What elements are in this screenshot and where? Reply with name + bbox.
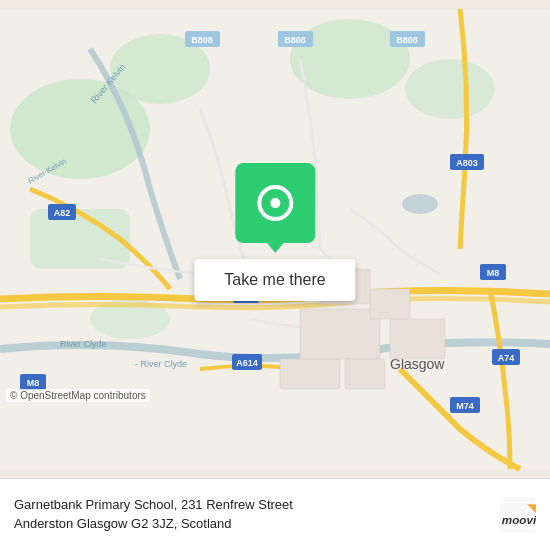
svg-point-7 <box>402 194 438 214</box>
svg-text:M74: M74 <box>456 401 474 411</box>
svg-text:A74: A74 <box>498 353 515 363</box>
svg-text:B808: B808 <box>284 35 306 45</box>
svg-text:moovit: moovit <box>502 513 536 526</box>
pin-circle <box>257 185 293 221</box>
svg-rect-38 <box>390 319 445 359</box>
take-me-there-button[interactable]: Take me there <box>194 259 355 301</box>
svg-text:A803: A803 <box>456 158 478 168</box>
pin-dot <box>270 198 280 208</box>
svg-text:A614: A614 <box>236 358 258 368</box>
svg-text:B808: B808 <box>396 35 418 45</box>
info-bar: Garnetbank Primary School, 231 Renfrew S… <box>0 478 550 550</box>
location-name: Garnetbank Primary School, 231 Renfrew S… <box>14 496 490 532</box>
svg-text:River Clyde: River Clyde <box>60 339 107 349</box>
osm-credit: © OpenStreetMap contributors <box>6 389 150 402</box>
svg-text:- River Clyde: - River Clyde <box>135 359 187 369</box>
moovit-logo: moovit <box>500 497 536 533</box>
app-container: B808 B808 B808 M8 M8 M74 M8 A82 A803 <box>0 0 550 550</box>
svg-text:M8: M8 <box>487 268 500 278</box>
map-area: B808 B808 B808 M8 M8 M74 M8 A82 A803 <box>0 0 550 478</box>
moovit-icon: moovit <box>500 497 536 533</box>
svg-text:M8: M8 <box>27 378 40 388</box>
svg-rect-39 <box>280 359 340 389</box>
svg-rect-35 <box>300 309 380 359</box>
svg-point-4 <box>405 59 495 119</box>
location-info: Garnetbank Primary School, 231 Renfrew S… <box>14 496 490 532</box>
svg-text:A82: A82 <box>54 208 71 218</box>
map-pin <box>235 163 315 243</box>
location-overlay: Take me there <box>194 163 355 301</box>
svg-rect-37 <box>370 289 410 319</box>
svg-rect-5 <box>30 209 130 269</box>
svg-text:B808: B808 <box>191 35 213 45</box>
svg-rect-40 <box>345 359 385 389</box>
take-me-wrapper: Take me there <box>194 163 355 301</box>
